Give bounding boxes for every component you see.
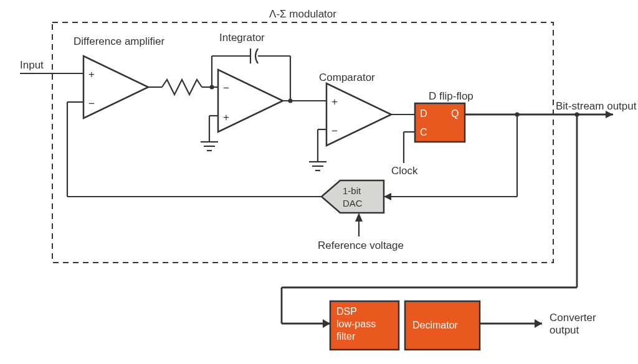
flipflop-label: D flip-flop <box>429 90 474 102</box>
svg-text:DSP: DSP <box>336 306 357 317</box>
comparator-label: Comparator <box>319 72 375 83</box>
svg-marker-39 <box>384 193 391 200</box>
ref-voltage-label: Reference voltage <box>318 240 404 251</box>
svg-text:DAC: DAC <box>343 198 363 208</box>
svg-text:−: − <box>88 98 95 110</box>
modulator-box <box>52 22 553 263</box>
converter-output-l2: output <box>550 324 579 336</box>
integrator-label: Integrator <box>219 32 265 44</box>
clock-label: Clock <box>391 165 418 177</box>
svg-text:filter: filter <box>336 331 356 342</box>
svg-marker-45 <box>355 213 363 222</box>
svg-text:Decimator: Decimator <box>412 320 459 330</box>
svg-text:−: − <box>223 82 229 94</box>
bitstream-label: Bit-stream output <box>556 100 637 112</box>
svg-text:Q: Q <box>451 108 459 119</box>
svg-text:1-bit: 1-bit <box>343 185 361 196</box>
svg-marker-57 <box>535 319 542 328</box>
diff-amp-label: Difference amplifier <box>74 35 164 47</box>
svg-text:D: D <box>420 108 427 119</box>
modulator-title: Λ-Σ modulator <box>269 8 336 20</box>
svg-text:+: + <box>331 96 338 108</box>
svg-text:+: + <box>88 68 95 80</box>
svg-text:+: + <box>223 111 229 123</box>
svg-marker-51 <box>323 319 330 328</box>
converter-output-l1: Converter <box>550 312 596 324</box>
svg-text:−: − <box>331 125 338 137</box>
svg-text:low-pass: low-pass <box>336 319 376 329</box>
svg-text:C: C <box>420 127 427 138</box>
input-label: Input <box>20 59 44 71</box>
